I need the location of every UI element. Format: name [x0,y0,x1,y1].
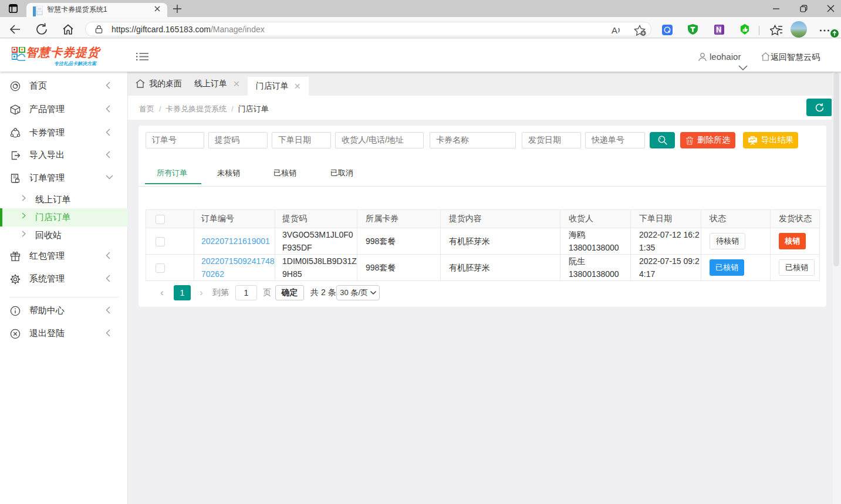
svg-text:A: A [612,25,617,35]
